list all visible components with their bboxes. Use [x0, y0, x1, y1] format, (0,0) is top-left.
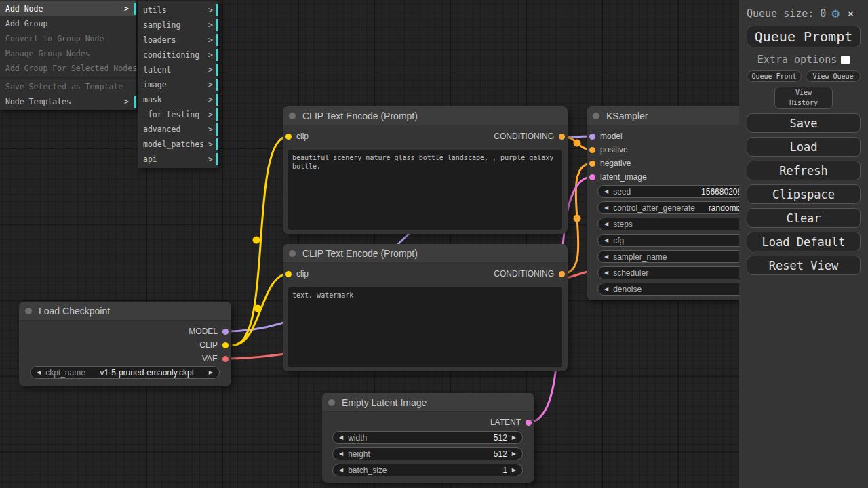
clipspace-button[interactable]: Clipspace	[747, 184, 861, 204]
submenu-item-advanced[interactable]: advanced >	[138, 122, 218, 137]
submenu-item-model-patches[interactable]: model_patches >	[138, 137, 218, 152]
output-port-conditioning[interactable]	[559, 271, 565, 277]
collapse-dot-icon[interactable]	[289, 250, 296, 257]
decrement-arrow-icon[interactable]: ◀	[604, 221, 608, 227]
menu-item-manage-group-nodes: Manage Group Nodes	[0, 46, 136, 61]
output-port-vae[interactable]	[222, 356, 229, 362]
submenu-item-loaders[interactable]: loaders >	[138, 33, 218, 47]
menu-separator	[0, 77, 136, 78]
output-row-model: MODEL	[19, 325, 231, 338]
widget-batch-size[interactable]: ◀ batch_size 1 ▶	[332, 464, 523, 476]
submenu-item-latent[interactable]: latent >	[138, 62, 218, 77]
collapse-dot-icon[interactable]	[25, 308, 32, 314]
widget-cfg[interactable]: ◀ cfg ▶	[597, 234, 762, 247]
increment-arrow-icon[interactable]: ▶	[512, 467, 516, 473]
widget-label: sampler_name	[613, 252, 667, 262]
widget-sampler-name[interactable]: ◀ sampler_name ▶	[597, 250, 762, 263]
view-history-button[interactable]: View History	[774, 87, 833, 109]
submenu-item-mask[interactable]: mask >	[138, 92, 218, 107]
increment-arrow-icon[interactable]: ▶	[209, 369, 213, 375]
menu-item-label: model_patches	[143, 140, 204, 149]
decrement-arrow-icon[interactable]: ◀	[604, 205, 608, 211]
decrement-arrow-icon[interactable]: ◀	[339, 434, 343, 441]
queue-front-button[interactable]: Queue Front	[747, 70, 802, 82]
submenu-item-for-testing[interactable]: _for_testing >	[138, 107, 218, 122]
decrement-arrow-icon[interactable]: ◀	[37, 369, 41, 375]
submenu-item-sampling[interactable]: sampling >	[138, 18, 218, 33]
menu-item-label: conditioning	[143, 50, 199, 60]
submenu-arrow-icon: >	[208, 137, 213, 152]
submenu-item-image[interactable]: image >	[138, 77, 218, 92]
widget-ckpt-name[interactable]: ◀ ckpt_name v1-5-pruned-emaonly.ckpt ▶	[30, 366, 220, 379]
widget-denoise[interactable]: ◀ denoise ▶	[597, 283, 762, 296]
input-port-latent-image[interactable]	[589, 174, 595, 180]
menu-item-add-node[interactable]: Add Node >	[0, 1, 136, 16]
widget-control-after-generate[interactable]: ◀ control_after_generate randomize ▶	[597, 201, 762, 214]
submenu-accent-bar	[216, 108, 218, 121]
output-port-latent[interactable]	[526, 420, 532, 426]
menu-item-add-group[interactable]: Add Group	[0, 16, 136, 31]
input-port-model[interactable]	[589, 134, 595, 140]
node-clip-text-encode-1: CLIP Text Encode (Prompt) clip CONDITION…	[283, 106, 568, 234]
view-queue-button[interactable]: View Queue	[806, 70, 861, 82]
save-button[interactable]: Save	[747, 113, 861, 133]
decrement-arrow-icon[interactable]: ◀	[604, 270, 608, 276]
node-title-bar[interactable]: Empty Latent Image	[322, 393, 534, 412]
widget-width[interactable]: ◀ width 512 ▶	[332, 431, 523, 444]
close-icon[interactable]: ✕	[848, 7, 854, 20]
widget-height[interactable]: ◀ height 512 ▶	[332, 447, 523, 460]
prompt-textarea[interactable]: beautiful scenery nature glass bottle la…	[288, 150, 562, 230]
output-port-model[interactable]	[222, 329, 229, 335]
decrement-arrow-icon[interactable]: ◀	[604, 286, 608, 292]
widget-label: denoise	[613, 285, 642, 294]
submenu-item-conditioning[interactable]: conditioning >	[138, 47, 218, 62]
node-title-bar[interactable]: CLIP Text Encode (Prompt)	[283, 244, 568, 263]
menu-item-label: Add Group For Selected Nodes	[5, 64, 137, 73]
gear-icon[interactable]: ⚙	[831, 7, 839, 20]
widget-label: scheduler	[613, 268, 648, 278]
submenu-accent-bar	[216, 153, 218, 165]
prompt-textarea[interactable]: text, watermark	[288, 287, 562, 367]
submenu-item-utils[interactable]: utils >	[138, 3, 218, 18]
submenu-arrow-icon: >	[208, 92, 213, 107]
comfyui-app: CLIP Text Encode (Prompt) clip CONDITION…	[0, 0, 868, 488]
submenu-arrow-icon: >	[208, 122, 213, 137]
widget-steps[interactable]: ◀ steps ▶	[597, 218, 762, 230]
extra-options-checkbox[interactable]	[841, 56, 850, 64]
output-row-latent: LATENT	[322, 415, 534, 429]
output-label: LATENT	[490, 418, 521, 427]
clear-button[interactable]: Clear	[747, 208, 861, 228]
output-label: CONDITIONING	[494, 131, 554, 141]
menu-item-node-templates[interactable]: Node Templates >	[0, 94, 136, 109]
submenu-item-api[interactable]: api >	[138, 152, 218, 167]
input-label: latent_image	[600, 172, 647, 182]
reset-view-button[interactable]: Reset View	[747, 256, 861, 275]
load-default-button[interactable]: Load Default	[747, 232, 861, 251]
collapse-dot-icon[interactable]	[593, 113, 599, 119]
widget-label: width	[348, 433, 367, 443]
decrement-arrow-icon[interactable]: ◀	[604, 237, 608, 243]
output-port-clip[interactable]	[222, 342, 229, 348]
increment-arrow-icon[interactable]: ▶	[512, 451, 516, 457]
decrement-arrow-icon[interactable]: ◀	[604, 253, 608, 260]
input-port-negative[interactable]	[589, 161, 595, 167]
input-port-positive[interactable]	[589, 147, 595, 153]
queue-prompt-button[interactable]: Queue Prompt	[747, 26, 861, 47]
node-title-bar[interactable]: Load Checkpoint	[19, 302, 231, 321]
extra-options-row: Extra options	[739, 54, 868, 66]
collapse-dot-icon[interactable]	[328, 399, 335, 406]
output-label: CONDITIONING	[494, 269, 554, 279]
load-button[interactable]: Load	[747, 137, 861, 157]
widget-scheduler[interactable]: ◀ scheduler ▶	[597, 266, 762, 279]
decrement-arrow-icon[interactable]: ◀	[339, 451, 343, 457]
refresh-button[interactable]: Refresh	[747, 161, 861, 180]
decrement-arrow-icon[interactable]: ◀	[339, 467, 343, 473]
node-title-bar[interactable]: CLIP Text Encode (Prompt)	[283, 106, 568, 125]
widget-seed[interactable]: ◀ seed 1566802087 ▶	[597, 185, 762, 198]
increment-arrow-icon[interactable]: ▶	[512, 434, 516, 441]
collapse-dot-icon[interactable]	[289, 113, 296, 119]
menu-item-label: api	[143, 155, 157, 164]
decrement-arrow-icon[interactable]: ◀	[604, 188, 608, 195]
submenu-arrow-icon: >	[208, 47, 213, 62]
output-port-conditioning[interactable]	[559, 134, 565, 140]
